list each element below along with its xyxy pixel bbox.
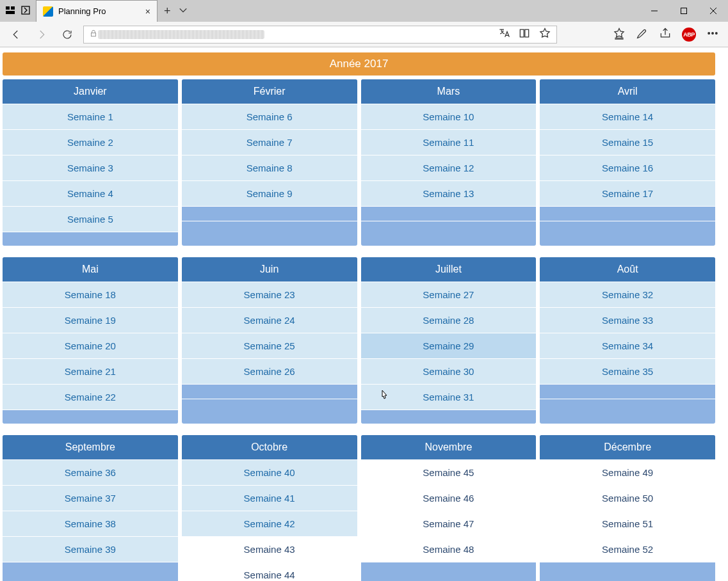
favorite-star-icon[interactable] (538, 27, 551, 42)
svg-rect-8 (92, 33, 96, 36)
close-tab-icon[interactable]: × (145, 6, 150, 17)
adblock-icon[interactable]: ABP (682, 28, 696, 42)
week-link[interactable]: Semaine 41 (182, 485, 357, 511)
week-link[interactable]: Semaine 1 (3, 104, 178, 129)
week-link[interactable]: Semaine 31 (361, 384, 537, 410)
week-link[interactable]: Semaine 11 (361, 129, 537, 155)
month-column: SeptembreSemaine 36Semaine 37Semaine 38S… (3, 435, 178, 581)
week-link[interactable]: Semaine 4 (3, 180, 178, 206)
week-link[interactable]: Semaine 28 (361, 307, 537, 333)
week-empty (182, 384, 357, 399)
month-bottom-pad (361, 410, 537, 424)
week-link[interactable]: Semaine 19 (3, 307, 178, 333)
new-tab-icon[interactable]: + (164, 4, 171, 18)
setaside-icon[interactable] (20, 5, 31, 17)
month-header: Juillet (361, 257, 537, 282)
maximize-button[interactable] (669, 0, 699, 22)
week-link[interactable]: Semaine 29 (361, 333, 537, 358)
share-icon[interactable] (659, 27, 672, 42)
week-link[interactable]: Semaine 27 (361, 282, 537, 307)
week-link[interactable]: Semaine 40 (182, 459, 357, 485)
svg-rect-2 (6, 11, 15, 14)
ink-icon[interactable] (636, 27, 649, 42)
translate-icon[interactable] (497, 27, 510, 42)
taskview-icon[interactable] (5, 5, 15, 17)
week-link: Semaine 48 (361, 536, 537, 562)
month-bottom-pad (361, 221, 537, 235)
week-link[interactable]: Semaine 38 (3, 511, 178, 536)
favorites-hub-icon[interactable] (613, 27, 626, 42)
window-controls (640, 0, 728, 22)
month-header: Février (182, 79, 357, 104)
week-link: Semaine 45 (361, 459, 537, 485)
week-link[interactable]: Semaine 15 (540, 129, 715, 155)
month-column: OctobreSemaine 40Semaine 41Semaine 42Sem… (182, 435, 357, 581)
week-link[interactable]: Semaine 18 (3, 282, 178, 307)
browser-tab-planning-pro[interactable]: Planning Pro × (36, 0, 158, 22)
week-link[interactable]: Semaine 8 (182, 155, 357, 180)
month-column: DécembreSemaine 49Semaine 50Semaine 51Se… (540, 435, 715, 581)
week-link[interactable]: Semaine 34 (540, 333, 715, 358)
week-link[interactable]: Semaine 36 (3, 459, 178, 485)
address-bar[interactable] (83, 26, 557, 44)
forward-button[interactable] (32, 25, 51, 44)
os-task-icons (0, 0, 36, 22)
week-link[interactable]: Semaine 24 (182, 307, 357, 333)
month-column: MaiSemaine 18Semaine 19Semaine 20Semaine… (3, 257, 178, 424)
month-bottom-pad (182, 399, 357, 413)
week-link[interactable]: Semaine 25 (182, 333, 357, 358)
week-link[interactable]: Semaine 20 (3, 333, 178, 358)
lock-icon (89, 29, 98, 40)
week-link[interactable]: Semaine 33 (540, 307, 715, 333)
quarter-row: SeptembreSemaine 36Semaine 37Semaine 38S… (3, 435, 715, 581)
month-column: JanvierSemaine 1Semaine 2Semaine 3Semain… (3, 79, 178, 246)
svg-rect-1 (11, 6, 15, 10)
month-bottom-pad (182, 221, 357, 235)
week-empty (540, 206, 715, 221)
close-button[interactable] (699, 0, 728, 22)
month-bottom-pad (540, 399, 715, 413)
week-link[interactable]: Semaine 23 (182, 282, 357, 307)
month-column: AvrilSemaine 14Semaine 15Semaine 16Semai… (540, 79, 715, 246)
svg-rect-0 (6, 6, 10, 10)
week-link[interactable]: Semaine 5 (3, 206, 178, 232)
week-link[interactable]: Semaine 3 (3, 155, 178, 180)
month-header: Janvier (3, 79, 178, 104)
week-link[interactable]: Semaine 42 (182, 511, 357, 536)
week-link[interactable]: Semaine 13 (361, 180, 537, 206)
minimize-button[interactable] (640, 0, 669, 22)
week-link: Semaine 44 (182, 562, 357, 581)
week-link[interactable]: Semaine 16 (540, 155, 715, 180)
week-empty (361, 562, 537, 577)
week-link[interactable]: Semaine 39 (3, 536, 178, 562)
titlebar: Planning Pro × + (0, 0, 728, 22)
week-link[interactable]: Semaine 30 (361, 358, 537, 384)
svg-rect-3 (22, 6, 29, 14)
week-link[interactable]: Semaine 32 (540, 282, 715, 307)
week-link[interactable]: Semaine 9 (182, 180, 357, 206)
week-link[interactable]: Semaine 2 (3, 129, 178, 155)
refresh-button[interactable] (58, 25, 77, 44)
tab-actions: + (158, 0, 194, 22)
more-icon[interactable] (706, 27, 719, 42)
week-link[interactable]: Semaine 17 (540, 180, 715, 206)
month-column: AoûtSemaine 32Semaine 33Semaine 34Semain… (540, 257, 715, 424)
week-link[interactable]: Semaine 21 (3, 358, 178, 384)
week-link[interactable]: Semaine 26 (182, 358, 357, 384)
week-link[interactable]: Semaine 35 (540, 358, 715, 384)
week-link[interactable]: Semaine 10 (361, 104, 537, 129)
week-link[interactable]: Semaine 6 (182, 104, 357, 129)
week-link[interactable]: Semaine 12 (361, 155, 537, 180)
month-header: Décembre (540, 435, 715, 459)
tabs-chevron-icon[interactable] (179, 6, 188, 17)
quarter-row: MaiSemaine 18Semaine 19Semaine 20Semaine… (3, 257, 715, 424)
year-header: Année 2017 (3, 52, 715, 76)
reading-view-icon[interactable] (518, 27, 531, 42)
month-header: Novembre (361, 435, 537, 459)
week-link[interactable]: Semaine 37 (3, 485, 178, 511)
month-bottom-pad (540, 221, 715, 235)
week-link[interactable]: Semaine 7 (182, 129, 357, 155)
week-link[interactable]: Semaine 22 (3, 384, 178, 410)
back-button[interactable] (6, 25, 26, 44)
week-link[interactable]: Semaine 14 (540, 104, 715, 129)
